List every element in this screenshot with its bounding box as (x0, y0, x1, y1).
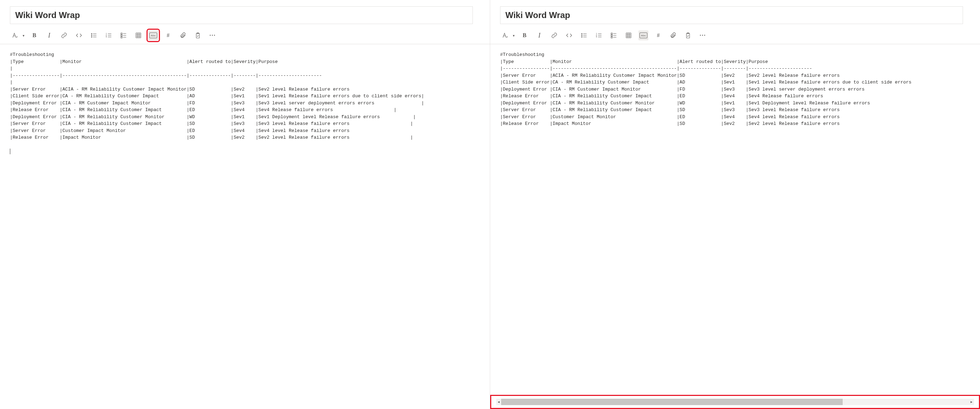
mention-hash-button[interactable]: # (163, 30, 173, 40)
svg-rect-21 (626, 33, 631, 38)
svg-rect-9 (136, 33, 141, 38)
numbered-list-button[interactable]: 123 (104, 30, 114, 40)
paste-button[interactable] (193, 30, 203, 40)
svg-point-13 (581, 35, 582, 36)
word-wrap-button[interactable]: Abc (638, 30, 648, 40)
checklist-button[interactable] (609, 30, 619, 40)
checklist-button[interactable] (119, 30, 129, 40)
svg-rect-7 (121, 35, 123, 37)
page-title-input[interactable] (10, 6, 473, 24)
bold-button[interactable]: B (520, 30, 530, 40)
svg-point-1 (91, 35, 92, 36)
text-cursor (10, 149, 10, 154)
title-bar (0, 0, 490, 28)
bold-button[interactable]: B (29, 30, 39, 40)
bullet-list-button[interactable] (89, 30, 99, 40)
table-button[interactable] (624, 30, 633, 40)
attach-button[interactable] (668, 30, 678, 40)
code-button[interactable] (74, 30, 84, 40)
editor-text: #Troubleshooting |Type |Monitor |Alert r… (500, 52, 912, 126)
more-button[interactable]: ··· (698, 30, 708, 40)
svg-point-0 (91, 33, 92, 34)
word-wrap-icon: Abc (150, 33, 157, 38)
svg-rect-20 (611, 37, 612, 38)
chevron-down-icon: ▾ (23, 33, 24, 38)
left-editor-pane: ▾ B I 123 Abc # ··· #Troubleshooting |Ty… (0, 0, 490, 409)
bullet-list-button[interactable] (579, 30, 589, 40)
right-editor-pane: ▾ B I 123 Abc # ··· #Troubleshooting |Ty… (490, 0, 980, 409)
svg-rect-8 (121, 37, 123, 38)
more-button[interactable]: ··· (208, 30, 218, 40)
editor-content-wrapped[interactable]: #Troubleshooting |Type |Monitor |Alert r… (0, 44, 490, 409)
code-button[interactable] (564, 30, 574, 40)
word-wrap-button[interactable]: Abc (148, 30, 158, 40)
svg-point-2 (91, 37, 92, 37)
format-style-button[interactable] (500, 30, 510, 40)
italic-button[interactable]: I (535, 30, 544, 40)
svg-rect-19 (611, 35, 612, 37)
svg-point-14 (581, 37, 582, 37)
attach-button[interactable] (178, 30, 188, 40)
editor-toolbar: ▾ B I 123 Abc # ··· (0, 28, 490, 44)
title-bar (490, 0, 980, 28)
svg-rect-18 (611, 33, 612, 34)
editor-toolbar: ▾ B I 123 Abc # ··· (490, 28, 980, 44)
editor-text: #Troubleshooting |Type |Monitor |Alert r… (10, 52, 424, 140)
svg-point-12 (581, 33, 582, 34)
word-wrap-icon: Abc (640, 33, 648, 38)
numbered-list-button[interactable]: 123 (594, 30, 604, 40)
svg-rect-6 (121, 33, 123, 34)
page-title-input[interactable] (500, 6, 963, 24)
svg-text:3: 3 (106, 36, 107, 38)
link-button[interactable] (549, 30, 559, 40)
paste-button[interactable] (683, 30, 693, 40)
editor-content-nowrap[interactable]: #Troubleshooting |Type |Monitor |Alert r… (490, 44, 980, 409)
link-button[interactable] (59, 30, 69, 40)
table-button[interactable] (134, 30, 143, 40)
chevron-down-icon: ▾ (513, 33, 515, 38)
italic-button[interactable]: I (44, 30, 54, 40)
svg-text:3: 3 (596, 36, 597, 38)
mention-hash-button[interactable]: # (653, 30, 663, 40)
format-style-button[interactable] (10, 30, 20, 40)
